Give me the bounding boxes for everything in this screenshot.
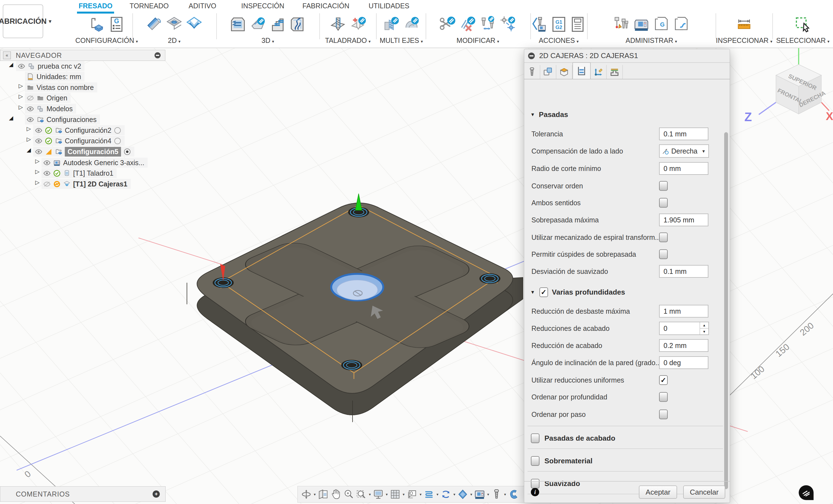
- cuspides-checkbox[interactable]: [659, 250, 668, 259]
- expander-collapsed-icon[interactable]: ▷: [18, 104, 24, 110]
- display-settings-button[interactable]: [373, 488, 384, 500]
- ambos-sentidos-checkbox[interactable]: [659, 198, 668, 208]
- delete-passes-icon[interactable]: [459, 16, 477, 33]
- tree-row-setups[interactable]: ◢ Configuraciones: [0, 115, 100, 124]
- expander-expanded-icon[interactable]: ◢: [8, 61, 15, 68]
- group-label-administrar[interactable]: ADMINISTRAR▾: [625, 36, 677, 45]
- group-label-3d[interactable]: 3D▾: [261, 36, 274, 45]
- expander-collapsed-icon[interactable]: ▷: [18, 93, 24, 100]
- orden-profundidad-checkbox[interactable]: [659, 392, 668, 402]
- tab-utilidades[interactable]: UTILIDADES: [367, 0, 411, 11]
- espiral-checkbox[interactable]: [659, 233, 668, 242]
- rotary-icon[interactable]: [403, 16, 420, 33]
- eye-icon[interactable]: [35, 137, 42, 145]
- dialog-titlebar[interactable]: 2D CAJERAS : 2D CAJERAS1: [524, 49, 730, 63]
- template-library-icon[interactable]: [673, 16, 690, 33]
- tree-row-setup4[interactable]: ▷ Configuración4: [0, 136, 125, 146]
- expander-expanded-icon[interactable]: ◢: [8, 115, 15, 121]
- chevron-down-icon[interactable]: ▾: [504, 492, 506, 497]
- orbit-button[interactable]: [301, 488, 312, 500]
- eye-icon[interactable]: [27, 116, 34, 123]
- simulate-button[interactable]: [440, 488, 452, 500]
- tab-geometry[interactable]: [540, 65, 556, 79]
- comments-panel[interactable]: COMENTARIOS +: [0, 486, 166, 502]
- expander-collapsed-icon[interactable]: ▷: [25, 125, 32, 132]
- section-pasadas-acabado[interactable]: Pasadas de acabado: [524, 433, 730, 443]
- fixture-display-button[interactable]: [508, 488, 519, 500]
- compensacion-select[interactable]: Derecha▼: [659, 144, 709, 158]
- group-label-seleccionar[interactable]: SELECCIONAR▾: [776, 36, 830, 45]
- dialog-minimize-icon[interactable]: [528, 53, 535, 59]
- probe-icon[interactable]: [499, 16, 517, 33]
- chevron-down-icon[interactable]: ▾: [453, 492, 455, 497]
- workspace-switcher[interactable]: FABRICACIÓN▾: [3, 4, 43, 38]
- toolpath-display-button[interactable]: [423, 488, 435, 500]
- radio-corte-input[interactable]: [659, 162, 708, 175]
- tree-row-document[interactable]: ◢ prueba cnc v2: [0, 61, 85, 71]
- flow-icon[interactable]: [289, 16, 306, 33]
- tree-row-machine[interactable]: ▷ Autodesk Generic 3-axis...: [0, 158, 148, 168]
- tool-display-button[interactable]: [491, 488, 502, 500]
- reduccion-desbaste-input[interactable]: [659, 305, 708, 318]
- tree-row-units[interactable]: Unidades: mm: [0, 72, 85, 82]
- eye-icon[interactable]: [35, 148, 42, 155]
- pan-button[interactable]: [330, 488, 342, 500]
- tab-fabricacion[interactable]: FABRICACIÓN: [301, 0, 351, 11]
- tab-inspeccion[interactable]: INSPECCIÓN: [240, 0, 286, 11]
- group-label-modificar[interactable]: MODIFICAR▾: [457, 36, 499, 45]
- info-icon[interactable]: i: [531, 488, 539, 496]
- tree-row-origin[interactable]: ▷ Origen: [0, 93, 71, 103]
- drill-icon[interactable]: [329, 16, 347, 33]
- group-label-taladrado[interactable]: TALADRADO▾: [325, 36, 371, 45]
- eye-icon[interactable]: [43, 159, 51, 167]
- tree-row-2dcajeras1[interactable]: ▷ [T1] 2D Cajeras1: [0, 179, 131, 189]
- adaptive-clearing-icon[interactable]: [229, 16, 246, 33]
- tree-row-models[interactable]: ▷ Modelos: [0, 104, 76, 114]
- expander-collapsed-icon[interactable]: ▷: [34, 168, 41, 175]
- section-pasadas[interactable]: ▼ Pasadas: [524, 110, 730, 119]
- reduccion-acabado-input[interactable]: [659, 339, 708, 352]
- expander-collapsed-icon[interactable]: ▷: [18, 82, 24, 89]
- machine-display-button[interactable]: [474, 488, 485, 500]
- group-label-acciones[interactable]: ACCIONES▾: [539, 36, 578, 45]
- grid-snap-button[interactable]: [389, 488, 401, 500]
- tab-heights[interactable]: [556, 65, 572, 79]
- tree-row-setup2[interactable]: ▷ Configuración2: [0, 125, 125, 135]
- stepper-down-icon[interactable]: ▼: [700, 329, 708, 334]
- sobrematerial-checkbox[interactable]: [531, 456, 540, 466]
- bore-icon[interactable]: [349, 16, 366, 33]
- tab-aditivo[interactable]: ADITIVO: [187, 0, 218, 11]
- chevron-down-icon[interactable]: ▾: [487, 492, 489, 497]
- tab-torneado[interactable]: TORNEADO: [128, 0, 170, 11]
- chevron-down-icon[interactable]: ▾: [369, 492, 371, 497]
- tool-change-icon[interactable]: [479, 16, 497, 33]
- viewports-button[interactable]: [406, 488, 418, 500]
- desviacion-input[interactable]: [659, 265, 708, 278]
- radio-selected-icon[interactable]: [123, 148, 131, 155]
- expander-expanded-icon[interactable]: ◢: [25, 147, 32, 153]
- eye-icon[interactable]: [43, 170, 51, 177]
- zoom-window-button[interactable]: [356, 488, 367, 500]
- tab-linking[interactable]: [591, 65, 607, 79]
- tab-tool[interactable]: [524, 65, 540, 79]
- group-label-2d[interactable]: 2D▾: [168, 36, 181, 45]
- new-setup-icon[interactable]: [88, 16, 105, 33]
- stepper-up-icon[interactable]: ▲: [700, 322, 708, 329]
- section-varias-profundidades[interactable]: ▼ ✓ Varias profundidades: [524, 287, 730, 297]
- swarf-icon[interactable]: [383, 16, 400, 33]
- eye-icon[interactable]: [18, 62, 25, 70]
- chevron-down-icon[interactable]: ▾: [420, 492, 422, 497]
- group-label-inspeccionar[interactable]: INSPECCIONAR▾: [716, 36, 772, 45]
- section-sobrematerial[interactable]: Sobrematerial: [524, 456, 730, 466]
- chevron-down-icon[interactable]: ▾: [314, 492, 316, 497]
- collapse-panel-icon[interactable]: «: [3, 51, 11, 59]
- machine-library-icon[interactable]: [633, 16, 650, 33]
- eye-icon[interactable]: [27, 105, 34, 112]
- 2d-pocket-icon[interactable]: [146, 16, 163, 33]
- expander-collapsed-icon[interactable]: ▷: [34, 158, 41, 164]
- orden-paso-checkbox[interactable]: [659, 410, 668, 419]
- stock-display-button[interactable]: [457, 488, 469, 500]
- add-comment-icon[interactable]: +: [152, 490, 160, 498]
- zoom-button[interactable]: [343, 488, 355, 500]
- dialog-scrollbar[interactable]: [724, 132, 728, 489]
